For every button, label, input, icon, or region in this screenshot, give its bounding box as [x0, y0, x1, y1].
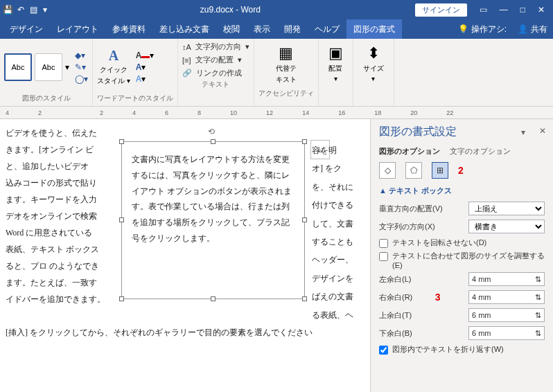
horizontal-ruler[interactable]: 42246810121416182022 — [0, 107, 553, 119]
rotate-handle[interactable]: ⟲ — [208, 127, 215, 136]
tab-design[interactable]: デザイン — [3, 19, 50, 39]
text-dir-select[interactable]: 横書き — [468, 220, 545, 233]
bulb-icon: 💡 — [458, 24, 468, 34]
resize-handle-ml[interactable] — [119, 217, 124, 222]
resize-handle-tr[interactable] — [302, 139, 307, 144]
size-label: サイズ — [363, 64, 384, 73]
section-textbox-label: テキスト ボックス — [389, 186, 452, 195]
spinner-icon[interactable]: ⇅ — [535, 275, 541, 284]
tab-view[interactable]: 表示 — [247, 19, 277, 39]
fill-line-icon[interactable]: ◇ — [379, 162, 396, 179]
arrange-button[interactable]: ▣ 配置 ▾ — [323, 42, 349, 85]
left-margin-label: 左余白(L) — [379, 274, 411, 285]
group-wordart-style: ワードアートのスタイル — [97, 92, 173, 103]
tell-me[interactable]: 💡操作アシ: — [453, 19, 512, 39]
tab-developer[interactable]: 開発 — [277, 19, 308, 39]
text-dir-label: 文字列の方向(X) — [379, 222, 435, 232]
wrap-text-label: 図形内でテキストを折り返す(W) — [392, 344, 504, 355]
no-rotate-checkbox[interactable] — [379, 239, 388, 248]
maximize-icon[interactable]: □ — [520, 5, 525, 15]
pane-menu-icon[interactable]: ▾ — [521, 127, 525, 137]
text-align-label: 文字の配置 — [195, 55, 234, 65]
share-label: 共有 — [531, 24, 547, 35]
tab-review[interactable]: 校閲 — [216, 19, 247, 39]
save-icon[interactable]: 💾 — [3, 5, 13, 15]
shape-style-1[interactable]: Abc — [4, 53, 32, 81]
layout-properties-icon[interactable]: ⊞ — [432, 162, 448, 179]
tab-mailings[interactable]: 差し込み文書 — [152, 19, 216, 39]
share-button[interactable]: 👤共有 — [512, 19, 553, 39]
text-align-button[interactable]: [≡]文字の配置 ▾ — [182, 55, 249, 65]
alt-text-label1: 代替テ — [276, 64, 297, 73]
text-outline-icon[interactable]: A▾ — [136, 62, 155, 72]
document-area[interactable]: ビデオを使うと、伝えた きます。[オンライン ビ と、追加したいビデオ 込みコー… — [0, 119, 370, 392]
quick-style-label2: スタイル — [97, 77, 125, 84]
shape-fill-icon[interactable]: ◆▾ — [75, 51, 88, 60]
resize-handle-bm[interactable] — [211, 296, 216, 301]
shape-effects-icon[interactable]: ◯▾ — [75, 74, 88, 84]
tab-layout[interactable]: レイアウト — [50, 19, 105, 39]
resize-handle-bl[interactable] — [119, 296, 124, 301]
effects-icon[interactable]: ⬠ — [405, 162, 422, 179]
redo-icon[interactable]: ▤ — [30, 5, 37, 15]
ribbon-display-icon[interactable]: ▭ — [480, 5, 487, 15]
annotation-2: 2 — [458, 165, 464, 176]
text-fill-icon[interactable]: A▾ — [136, 51, 155, 60]
text-direction-label: 文字列の方向 — [195, 42, 241, 52]
shape-outline-icon[interactable]: ✎▾ — [75, 62, 88, 72]
tab-help[interactable]: ヘルプ — [308, 19, 346, 39]
tab-shape-format[interactable]: 図形の書式 — [346, 19, 402, 39]
text-direction-icon: ↕A — [182, 43, 191, 51]
text-box-content[interactable]: 文書内に写真をレイアウトする方法を変更するには、写真をクリックすると、隣にレイア… — [132, 152, 295, 247]
group-accessibility: アクセシビリティ — [258, 87, 314, 98]
shape-style-2[interactable]: Abc — [35, 53, 62, 81]
tab-references[interactable]: 参考資料 — [105, 19, 152, 39]
valign-select[interactable]: 上揃え — [468, 202, 545, 215]
no-rotate-label: テキストを回転させない(D) — [392, 238, 486, 248]
wordart-a-icon: A — [109, 48, 119, 64]
right-margin-input[interactable]: 4 mm⇅ — [468, 290, 545, 304]
wrap-text-checkbox[interactable] — [379, 346, 388, 355]
annotation-3: 3 — [435, 292, 441, 303]
section-textbox[interactable]: ▲ テキスト ボックス — [379, 186, 545, 196]
right-margin-label: 右余白(R) — [379, 292, 412, 303]
pane-close-icon[interactable]: ✕ — [539, 126, 546, 136]
group-shape-style: 図形のスタイル — [4, 92, 88, 103]
resize-handle-tm[interactable] — [211, 139, 216, 144]
quick-style-label1: クイック — [100, 65, 128, 75]
create-link-button[interactable]: 🔗リンクの作成 — [182, 68, 249, 78]
quick-style-button[interactable]: A クイック スタイル ▾ — [97, 48, 130, 86]
minimize-icon[interactable]: ― — [500, 5, 508, 15]
format-shape-pane: ✕ ▾ 図形の書式設定 図形のオプション 文字のオプション ◇ ⬠ ⊞ 2 ▲ … — [370, 119, 553, 392]
valign-label: 垂直方向の配置(V) — [379, 204, 443, 214]
resize-handle-mr[interactable] — [302, 217, 307, 222]
resize-handle-br[interactable] — [302, 296, 307, 301]
qat-more-icon[interactable]: ▾ — [43, 5, 47, 15]
spinner-icon[interactable]: ⇅ — [535, 329, 541, 338]
alt-text-label2: キスト — [276, 75, 297, 84]
left-margin-input[interactable]: 4 mm⇅ — [468, 272, 545, 286]
top-margin-input[interactable]: 6 mm⇅ — [468, 308, 545, 322]
undo-icon[interactable]: ↶ — [17, 5, 24, 15]
close-icon[interactable]: ✕ — [538, 5, 545, 15]
arrange-icon: ▣ — [328, 44, 343, 62]
gallery-more-icon[interactable]: ▾ — [65, 62, 69, 72]
pane-tab-text-options[interactable]: 文字のオプション — [450, 146, 511, 157]
spinner-icon[interactable]: ⇅ — [535, 311, 541, 320]
autofit-checkbox[interactable] — [379, 252, 388, 261]
text-direction-button[interactable]: ↕A文字列の方向 ▾ — [182, 42, 249, 52]
size-button[interactable]: ⬍ サイズ ▾ — [358, 42, 389, 85]
resize-handle-tl[interactable] — [119, 139, 124, 144]
bottom-margin-input[interactable]: 6 mm⇅ — [468, 326, 545, 340]
link-icon: 🔗 — [182, 69, 192, 78]
tell-me-label: 操作アシ: — [471, 24, 507, 35]
spinner-icon[interactable]: ⇅ — [535, 293, 541, 302]
alt-text-button[interactable]: ▦ 代替テ キスト — [258, 42, 314, 87]
align-icon: [≡] — [182, 56, 191, 64]
text-box[interactable]: ⟲ 文書内に写真をレイアウトする方法を変更するには、写真をクリックすると、隣にレ… — [121, 141, 305, 299]
body-text-right[interactable]: 容を明 オ] をク を、それに 付けできる して、文書 することも ヘッダー、 … — [312, 141, 353, 324]
pane-tab-shape-options[interactable]: 図形のオプション — [379, 146, 440, 157]
signin-button[interactable]: サインイン — [415, 3, 467, 17]
alt-text-icon: ▦ — [279, 44, 293, 62]
text-effects-icon[interactable]: A▾ — [136, 74, 155, 84]
